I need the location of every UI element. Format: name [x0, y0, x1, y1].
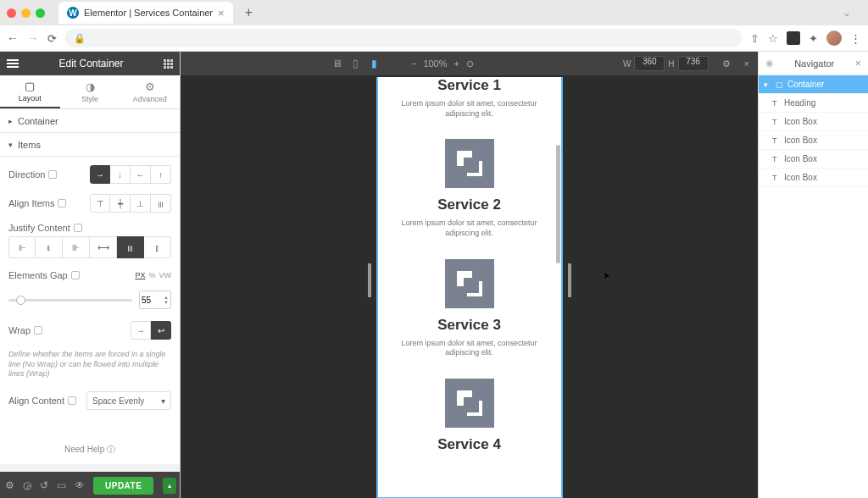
- settings-icon[interactable]: ⚙: [722, 58, 731, 69]
- update-button[interactable]: UPDATE: [93, 477, 153, 495]
- canvas[interactable]: Service 1 Lorem ipsum dolor sit amet, co…: [181, 75, 758, 498]
- unit-percent[interactable]: %: [148, 271, 155, 279]
- desktop-icon[interactable]: 🖥: [331, 58, 343, 69]
- tab-style[interactable]: ◑Style: [60, 75, 120, 108]
- direction-left-button[interactable]: ←: [131, 165, 151, 184]
- preview-icon[interactable]: 👁: [75, 479, 85, 491]
- dimensions: W 360 H 736: [623, 56, 709, 71]
- chevron-down-icon[interactable]: ⌄: [843, 7, 851, 19]
- chevron-down-icon: ▾: [8, 141, 13, 149]
- service-4[interactable]: Service 4: [385, 379, 554, 453]
- gap-input[interactable]: ▲▼: [139, 290, 171, 309]
- unit-px[interactable]: PX: [135, 271, 145, 279]
- responsive-icon[interactable]: [48, 170, 57, 179]
- justify-end-button[interactable]: ⊪: [63, 236, 90, 258]
- width-input[interactable]: 360: [634, 56, 665, 71]
- responsive-icon[interactable]: [71, 271, 80, 279]
- share-icon[interactable]: ⇧: [750, 32, 760, 45]
- wrap-help-text: Define whether the items are forced in a…: [8, 350, 171, 379]
- responsive-icon[interactable]: [58, 199, 66, 208]
- chevron-down-icon: ▾: [764, 80, 772, 89]
- extension-icon[interactable]: [787, 31, 800, 45]
- history-icon[interactable]: ↺: [40, 479, 48, 491]
- zoom-in-button[interactable]: +: [454, 58, 459, 69]
- service-3[interactable]: Service 3 Lorem ipsum dolor sit amet, co…: [385, 259, 554, 358]
- responsive-mode-icon[interactable]: ▭: [57, 479, 66, 491]
- height-input[interactable]: 736: [678, 56, 709, 71]
- nav-item-heading[interactable]: THeading: [759, 94, 868, 113]
- window-minimize-icon[interactable]: [21, 8, 31, 18]
- align-center-button[interactable]: ┿: [110, 194, 131, 213]
- unit-vw[interactable]: VW: [159, 271, 172, 279]
- nav-item-iconbox[interactable]: TIcon Box: [759, 131, 868, 150]
- grid-icon[interactable]: [164, 59, 173, 69]
- window-close-icon[interactable]: [7, 8, 16, 18]
- nav-item-container[interactable]: ▾▢Container: [759, 75, 868, 94]
- url-field[interactable]: 🔒: [65, 29, 742, 47]
- mouse-cursor-icon: ➤: [603, 270, 610, 281]
- tab-close-icon[interactable]: ×: [218, 7, 225, 19]
- update-options-button[interactable]: ▴: [163, 478, 176, 494]
- mobile-preview[interactable]: Service 1 Lorem ipsum dolor sit amet, co…: [376, 77, 563, 498]
- tab-advanced[interactable]: ⚙Advanced: [120, 75, 180, 108]
- nav-item-iconbox[interactable]: TIcon Box: [759, 150, 868, 169]
- new-tab-button[interactable]: +: [245, 5, 253, 20]
- close-toolbar-icon[interactable]: ×: [744, 58, 749, 69]
- service-desc: Lorem ipsum dolor sit amet, consectetur …: [385, 99, 554, 119]
- preview-scrollbar[interactable]: [556, 145, 560, 263]
- direction-buttons: → ↓ ← ↑: [90, 165, 171, 184]
- chevron-right-icon: ▸: [8, 117, 13, 125]
- zoom-reset-button[interactable]: ⊙: [466, 58, 474, 69]
- tablet-icon[interactable]: ▯: [350, 58, 362, 69]
- align-content-dropdown[interactable]: Space Evenly▾: [86, 391, 171, 410]
- lock-icon: 🔒: [74, 33, 86, 44]
- service-1[interactable]: Service 1 Lorem ipsum dolor sit amet, co…: [385, 77, 554, 119]
- star-icon[interactable]: ☆: [768, 32, 778, 45]
- reload-button[interactable]: ⟳: [47, 32, 57, 45]
- justify-start-button[interactable]: ⊩: [8, 236, 36, 258]
- responsive-icon[interactable]: [68, 396, 76, 405]
- direction-right-button[interactable]: →: [90, 165, 110, 184]
- puzzle-icon[interactable]: ✦: [809, 32, 818, 45]
- align-start-button[interactable]: ⊤: [90, 194, 110, 213]
- mobile-icon[interactable]: ▮: [369, 58, 381, 69]
- justify-around-button[interactable]: ⫼: [117, 236, 144, 258]
- box-icon: [445, 259, 494, 308]
- justify-between-button[interactable]: ⟷: [90, 236, 117, 258]
- close-icon[interactable]: ×: [854, 57, 861, 69]
- need-help-link[interactable]: Need Help ⓘ: [8, 444, 171, 456]
- wrap-button[interactable]: ↩: [151, 321, 171, 340]
- eye-icon[interactable]: ◉: [765, 58, 774, 69]
- gap-slider-row: ▲▼: [8, 290, 171, 309]
- profile-avatar[interactable]: [826, 30, 842, 46]
- zoom-out-button[interactable]: −: [411, 58, 416, 69]
- nav-item-iconbox[interactable]: TIcon Box: [759, 113, 868, 131]
- gap-slider[interactable]: [8, 299, 132, 302]
- window-maximize-icon[interactable]: [36, 8, 45, 18]
- slider-thumb[interactable]: [16, 296, 25, 305]
- revision-icon[interactable]: ◶: [23, 479, 31, 491]
- stepper-icon[interactable]: ▲▼: [164, 295, 169, 305]
- responsive-icon[interactable]: [74, 224, 82, 232]
- service-2[interactable]: Service 2 Lorem ipsum dolor sit amet, co…: [385, 139, 554, 238]
- settings-icon[interactable]: ⚙: [5, 479, 14, 491]
- direction-down-button[interactable]: ↓: [110, 165, 131, 184]
- hamburger-icon[interactable]: [7, 59, 19, 68]
- nav-item-iconbox[interactable]: TIcon Box: [759, 169, 868, 187]
- resize-handle-right[interactable]: [568, 263, 571, 297]
- justify-evenly-button[interactable]: ⫿: [144, 236, 171, 258]
- section-container[interactable]: ▸Container: [0, 109, 180, 133]
- kebab-menu-icon[interactable]: ⋮: [850, 32, 861, 45]
- responsive-icon[interactable]: [34, 326, 42, 335]
- tab-layout[interactable]: ▢Layout: [0, 75, 60, 108]
- justify-center-button[interactable]: ⫾: [36, 236, 63, 258]
- align-stretch-button[interactable]: ⫼: [151, 194, 171, 213]
- align-end-button[interactable]: ⊥: [131, 194, 151, 213]
- browser-tab[interactable]: W Elementor | Services Container ×: [58, 2, 233, 24]
- section-items[interactable]: ▾Items: [0, 133, 180, 157]
- resize-handle-left[interactable]: [368, 263, 371, 297]
- preview-content: Service 1 Lorem ipsum dolor sit amet, co…: [378, 77, 561, 453]
- direction-up-button[interactable]: ↑: [151, 165, 171, 184]
- nowrap-button[interactable]: →: [131, 321, 151, 340]
- back-button[interactable]: ←: [7, 31, 19, 45]
